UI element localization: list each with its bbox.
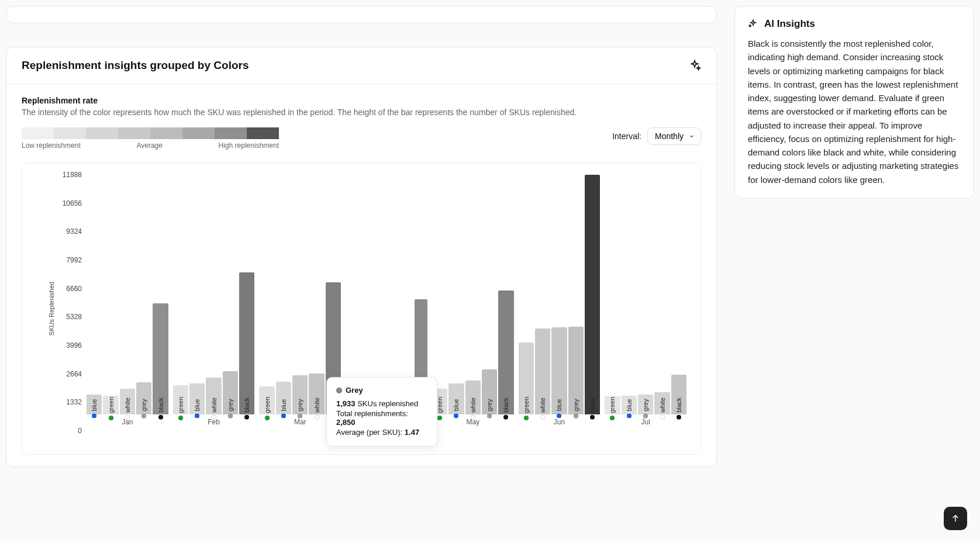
bar-color-label: blue [626,399,633,411]
color-dot [677,415,681,420]
legend-avg: Average [136,141,162,150]
y-tick: 10656 [63,199,82,207]
bar-black[interactable]: black [498,290,513,414]
bar-white[interactable]: white [465,381,481,414]
color-dot [503,415,508,420]
interval-label: Interval: [612,132,641,141]
bar-blue[interactable]: blue [276,382,291,414]
ai-insights-body: Black is consistently the most replenish… [748,37,961,186]
color-dot [315,415,319,420]
color-dot [125,415,130,420]
color-dot [265,416,270,420]
intensity-swatch [247,127,279,139]
color-dot [643,414,648,419]
bar-black[interactable]: black [671,375,686,414]
intensity-swatch [86,127,118,139]
bar-color-label: black [502,397,509,413]
ai-insights-card: AI Insights Black is consistently the mo… [734,6,974,199]
bar-color-label: white [539,397,546,413]
bar-color-label: black [589,397,596,413]
replenishment-card: Replenishment insights grouped by Colors… [6,47,717,467]
bar-grey[interactable]: grey [638,395,653,414]
color-dot [142,414,146,419]
interval-select[interactable]: Monthly [647,127,701,145]
color-dot [660,415,665,420]
color-dot [158,415,163,420]
bar-blue[interactable]: blue [87,395,102,414]
bar-green[interactable]: green [173,385,188,414]
intensity-swatch [118,127,150,139]
sparkle-icon[interactable] [688,59,701,72]
intensity-swatch [150,127,182,139]
y-tick: 11988 [63,171,82,179]
tooltip-dot [336,388,342,393]
bar-color-label: blue [555,399,563,411]
rate-description: The intensity of the color represents ho… [22,108,701,117]
bar-green[interactable]: green [605,396,620,414]
bar-grey[interactable]: grey [136,382,151,414]
bar-color-label: blue [453,399,460,411]
bar-white[interactable]: white [309,373,324,414]
bar-color-label: green [108,397,115,413]
bar-color-label: black [243,397,250,413]
color-dot [540,415,545,420]
bar-color-label: grey [642,399,649,411]
bar-color-label: green [523,397,530,413]
bar-blue[interactable]: blue [551,327,567,414]
bar-green[interactable]: green [519,343,534,414]
color-dot [610,416,615,420]
bar-blue[interactable]: blue [622,396,637,414]
bar-black[interactable]: black [153,303,168,414]
bar-color-label: blue [280,399,287,411]
intensity-swatch [22,127,54,139]
y-tick: 6660 [66,285,82,293]
bar-black[interactable]: black [239,272,254,414]
previous-card-stub [6,6,717,23]
month-group: greenbluegreywhiteblackJul [602,175,689,431]
sparkle-icon [748,19,758,29]
bar-white[interactable]: white [120,389,135,414]
bar-green[interactable]: green [103,396,118,414]
color-dot [228,414,233,419]
month-group: bluegreenwhitegreyblackJan [84,175,171,431]
bar-white[interactable]: white [654,392,670,414]
bar-grey[interactable]: grey [292,375,308,414]
bar-blue[interactable]: blue [189,383,205,414]
color-dot [244,415,249,420]
color-dot [590,415,595,420]
color-dot [281,413,286,418]
chart-tooltip: Grey 1,933 SKUs replenished Total replen… [326,377,437,447]
bar-grey[interactable]: grey [568,327,584,414]
bar-blue[interactable]: blue [448,383,464,414]
bar-black[interactable]: black [585,175,600,414]
color-dot [195,413,199,418]
bar-white[interactable]: white [206,378,221,414]
bar-white[interactable]: white [535,328,550,414]
bar-color-label: green [264,397,271,413]
month-group: greenwhitebluegreyblackJun [516,175,603,431]
y-tick: 9324 [66,227,82,236]
bar-grey[interactable]: grey [482,369,497,414]
y-tick: 0 [78,427,82,435]
bar-color-label: blue [91,399,98,411]
legend-low: Low replenishment [22,141,81,150]
bar-green[interactable]: green [259,386,274,414]
y-axis-label: SKUs Replenished [48,282,55,336]
color-dot [557,413,561,418]
color-dot [487,414,492,419]
y-tick: 7992 [66,256,82,264]
color-dot [471,415,475,420]
bar-color-label: white [659,397,666,413]
bar-color-label: grey [486,399,493,411]
color-dot [298,414,302,419]
color-dot [454,413,458,418]
card-title: Replenishment insights grouped by Colors [22,59,249,72]
bar-color-label: white [470,397,477,413]
bar-grey[interactable]: grey [223,371,238,414]
color-dot [574,414,578,419]
legend-high: High replenishment [219,141,279,150]
bar-color-label: white [313,397,320,413]
color-dot [92,413,96,418]
intensity-legend: Low replenishment Average High replenish… [22,127,279,150]
y-tick: 2664 [66,370,82,378]
